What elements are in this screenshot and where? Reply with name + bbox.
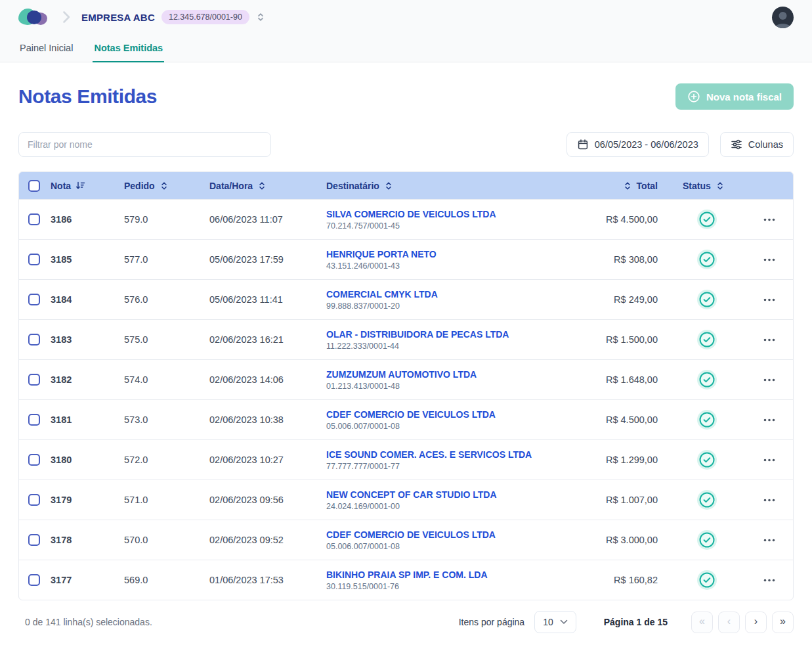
row-checkbox[interactable] [28,454,40,466]
ellipsis-icon [763,579,775,582]
row-checkbox[interactable] [28,574,40,586]
nota-cell: 3179 [51,495,124,505]
destinatario-cnpj: 11.222.333/0001-44 [326,342,605,351]
table-row: 3177 569.0 01/06/2023 17:53 BIKINHO PRAI… [19,560,793,600]
row-actions-button[interactable] [759,294,779,305]
sort-chevrons-icon [160,181,169,191]
tab-painel-inicial[interactable]: Painel Inicial [18,34,74,62]
destinatario-link[interactable]: HENRIQUE PORTA NETO [326,249,605,259]
company-name: EMPRESA ABC [81,12,155,23]
column-header-datahora[interactable]: Data/Hora [209,181,326,191]
destinatario-link[interactable]: CDEF COMERCIO DE VEICULOS LTDA [326,529,605,540]
destinatario-cnpj: 05.006.007/0001-08 [326,542,605,551]
pedido-cell: 569.0 [124,575,209,585]
status-authorized-icon [697,250,717,269]
total-cell: R$ 1.500,00 [605,334,683,345]
column-header-total[interactable]: Total [605,181,683,191]
ellipsis-icon [763,258,775,261]
destinatario-link[interactable]: COMERCIAL CMYK LTDA [326,289,605,300]
status-header-label: Status [683,181,711,191]
row-actions-button[interactable] [759,334,779,346]
row-actions-button[interactable] [759,535,779,546]
column-header-status[interactable]: Status [683,181,746,191]
row-checkbox[interactable] [28,254,40,265]
last-page-button[interactable]: » [772,612,794,633]
app-logo-icon [18,7,49,28]
destinatario-link[interactable]: SILVA COMERCIO DE VEICULOS LTDA [326,209,605,219]
column-header-pedido[interactable]: Pedido [124,181,209,191]
destinatario-link[interactable]: BIKINHO PRAIA SP IMP. E COM. LDA [326,569,605,580]
row-actions-button[interactable] [759,414,779,426]
status-authorized-icon [697,410,717,430]
column-header-destinatario[interactable]: Destinatário [326,181,605,191]
user-avatar[interactable] [772,7,794,28]
sort-descending-icon [75,181,85,190]
destinatario-link[interactable]: NEW CONCEPT OF CAR STUDIO LTDA [326,489,605,500]
ellipsis-icon [763,499,775,502]
tab-notas-emitidas[interactable]: Notas Emitidas [93,34,164,62]
destinatario-cnpj: 70.214.757/0001-45 [326,221,605,231]
calendar-icon [577,139,589,150]
table-row: 3178 570.0 02/06/2023 09:52 CDEF COMERCI… [19,520,793,560]
row-checkbox[interactable] [28,334,40,346]
row-actions-button[interactable] [759,495,779,506]
items-per-page-label: Itens por página [459,617,524,627]
destinatario-link[interactable]: ICE SOUND COMER. ACES. E SERVICOS LTDA [326,449,605,460]
row-checkbox[interactable] [28,294,40,305]
nota-cell: 3181 [51,414,124,425]
row-actions-button[interactable] [759,254,779,265]
invoices-table: Nota Pedido Data/Hora Destinatário Total… [18,171,794,600]
table-row: 3185 577.0 05/06/2023 17:59 HENRIQUE POR… [19,239,793,279]
datahora-cell: 02/06/2023 16:21 [209,334,326,345]
table-row: 3183 575.0 02/06/2023 16:21 OLAR - DISTR… [19,319,793,359]
next-page-button[interactable]: › [745,612,767,633]
total-cell: R$ 4.500,00 [605,414,683,425]
pedido-header-label: Pedido [124,181,155,191]
destinatario-link[interactable]: OLAR - DISTRIBUIDORA DE PECAS LTDA [326,329,605,340]
status-authorized-icon [697,570,717,590]
table-row: 3179 571.0 02/06/2023 09:56 NEW CONCEPT … [19,480,793,520]
company-switcher-icon[interactable] [256,12,265,22]
total-cell: R$ 1.299,00 [605,455,683,465]
previous-page-button[interactable]: ‹ [718,612,740,633]
columns-label: Colunas [748,139,783,150]
ellipsis-icon [763,298,775,301]
row-checkbox[interactable] [28,534,40,546]
destinatario-cnpj: 30.119.515/0001-76 [326,582,605,591]
datahora-cell: 02/06/2023 10:27 [209,455,326,465]
pedido-cell: 579.0 [124,214,209,225]
destinatario-link[interactable]: CDEF COMERCIO DE VEICULOS LTDA [326,409,605,420]
total-cell: R$ 160,82 [605,575,683,585]
pedido-cell: 573.0 [124,414,209,425]
row-actions-button[interactable] [759,575,779,586]
destinatario-cnpj: 24.024.169/0001-00 [326,502,605,511]
filter-name-input[interactable] [18,132,271,157]
columns-button[interactable]: Colunas [720,132,794,157]
destinatario-cnpj: 77.777.777/0001-77 [326,462,605,471]
row-checkbox[interactable] [28,414,40,426]
row-checkbox[interactable] [28,374,40,386]
select-all-checkbox[interactable] [28,180,40,192]
items-per-page-select[interactable]: 10 [534,611,576,633]
row-actions-button[interactable] [759,455,779,466]
page-indicator: Página 1 de 15 [604,617,668,627]
first-page-button[interactable]: « [691,612,713,633]
table-row: 3186 579.0 06/06/2023 11:07 SILVA COMERC… [19,199,793,239]
pedido-cell: 576.0 [124,294,209,305]
date-range-button[interactable]: 06/05/2023 - 06/06/2023 [566,132,709,157]
status-authorized-icon [697,530,717,550]
total-cell: R$ 1.007,00 [605,495,683,505]
company-cnpj-badge: 12.345.678/0001-90 [161,10,249,24]
new-invoice-button[interactable]: Nova nota fiscal [675,83,794,110]
row-checkbox[interactable] [28,494,40,506]
logo-blob-navy [27,11,41,24]
row-actions-button[interactable] [759,214,779,225]
datahora-cell: 02/06/2023 09:56 [209,495,326,505]
column-header-nota[interactable]: Nota [51,181,124,191]
destinatario-link[interactable]: ZUMZUMZUM AUTOMOTIVO LTDA [326,369,605,380]
status-authorized-icon [697,370,717,390]
pedido-cell: 571.0 [124,495,209,505]
row-checkbox[interactable] [28,213,40,225]
nota-cell: 3177 [51,575,124,585]
row-actions-button[interactable] [759,374,779,386]
